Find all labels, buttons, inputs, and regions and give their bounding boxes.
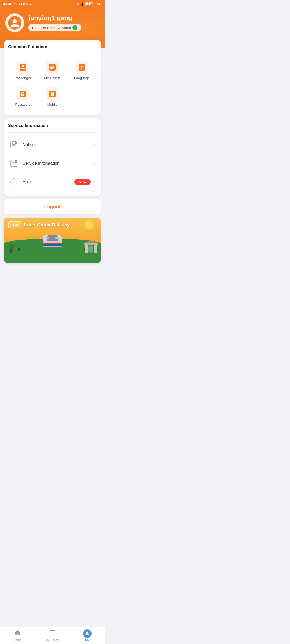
banner-sun (85, 221, 93, 229)
mobile-icon (46, 87, 59, 100)
language-icon: 文 A (75, 61, 88, 74)
new-badge: New (74, 179, 91, 185)
svg-point-21 (22, 94, 23, 96)
language-label: Language (74, 76, 90, 80)
service-information-card: Service Information Notice › (4, 118, 101, 196)
notice-chevron: › (94, 142, 96, 148)
notice-item[interactable]: Notice › (8, 136, 97, 154)
service-info-chevron: › (94, 161, 96, 166)
svg-point-29 (15, 160, 17, 163)
svg-rect-14 (50, 67, 54, 68)
banner-train (43, 235, 62, 250)
svg-rect-2 (10, 3, 11, 5)
tree-left-1 (9, 244, 14, 253)
cloud-icon: ☁ (29, 2, 32, 6)
language-function[interactable]: 文 A Language (67, 57, 97, 84)
wifi-icon (14, 2, 18, 6)
banner-header: LCR Laos-China Railway (8, 221, 70, 228)
svg-point-11 (22, 65, 24, 67)
about-item[interactable]: About New › (8, 173, 97, 191)
notice-label: Notice (23, 142, 93, 147)
time-display: 15:46 (94, 2, 102, 6)
svg-rect-3 (12, 2, 12, 5)
svg-rect-13 (50, 66, 54, 67)
service-info-icon (9, 159, 19, 168)
service-info-item[interactable]: Service Information › (8, 154, 97, 173)
common-functions-title: Common Functions (8, 45, 97, 49)
svg-point-9 (13, 19, 17, 23)
lcr-logo: LCR (8, 221, 21, 228)
phone-badge: Phone Number Activated ✓ (28, 24, 81, 31)
passenger-icon (16, 61, 29, 74)
landmark-icon (84, 238, 98, 254)
avatar[interactable] (5, 13, 24, 32)
svg-rect-27 (12, 144, 13, 145)
network-indicator: 4G (3, 2, 7, 6)
functions-grid: Passenger My Tickets (8, 57, 97, 110)
svg-rect-37 (88, 245, 93, 253)
status-right: ⏰ 📳 15:46 (76, 2, 102, 6)
logout-button[interactable]: Logout (44, 204, 61, 209)
svg-rect-0 (8, 4, 9, 5)
svg-rect-1 (9, 3, 10, 5)
svg-rect-15 (50, 68, 53, 69)
banner-content: LCR Laos-China Railway (4, 218, 101, 263)
passenger-label: Passenger (15, 76, 31, 80)
my-tickets-label: My Tickets (44, 76, 60, 80)
profile-name: junying1 geng (28, 14, 81, 22)
signal-icon (8, 2, 13, 6)
about-chevron: › (94, 179, 96, 185)
about-icon (9, 177, 19, 187)
common-functions-card: Common Functions Passenger (4, 40, 101, 115)
status-left: 4G 24 B/s ☁ (3, 2, 32, 6)
data-usage: 24 B/s (19, 2, 28, 6)
logout-card[interactable]: Logout (4, 199, 101, 214)
phone-badge-text: Phone Number Activated (32, 26, 71, 30)
password-label: Password (15, 103, 30, 107)
svg-rect-24 (52, 96, 53, 96)
alarm-icon: ⏰ (76, 2, 79, 6)
battery-icon (85, 2, 93, 6)
lcr-banner[interactable]: LCR Laos-China Railway (4, 218, 101, 263)
mobile-label: Mobile (47, 103, 57, 107)
profile-info: junying1 geng Phone Number Activated ✓ (28, 14, 81, 31)
tree-left-2 (17, 245, 21, 251)
verified-icon: ✓ (73, 25, 77, 30)
password-icon (16, 87, 29, 100)
vibrate-icon: 📳 (81, 2, 84, 6)
mobile-function[interactable]: Mobile (38, 84, 67, 110)
svg-point-26 (15, 142, 17, 144)
notice-icon (9, 140, 19, 150)
passenger-function[interactable]: Passenger (8, 57, 38, 84)
banner-title: Laos-China Railway (24, 222, 70, 228)
my-tickets-icon (46, 61, 59, 74)
svg-rect-6 (92, 3, 93, 4)
svg-text:A: A (82, 65, 84, 68)
service-information-title: Service Information (8, 123, 97, 128)
my-tickets-function[interactable]: My Tickets (38, 57, 67, 84)
service-info-label: Service Information (23, 161, 93, 166)
status-bar: 4G 24 B/s ☁ ⏰ 📳 (0, 0, 105, 8)
about-label: About (23, 180, 74, 184)
password-function[interactable]: Password (8, 84, 38, 110)
